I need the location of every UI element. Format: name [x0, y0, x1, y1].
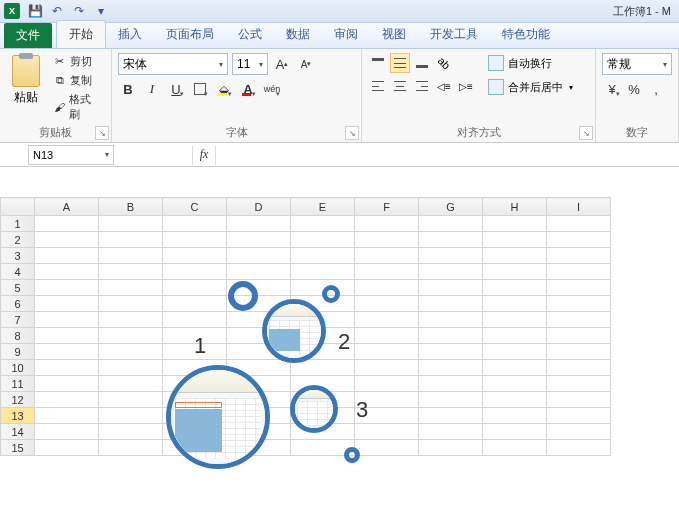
cell[interactable] — [483, 264, 547, 280]
cell[interactable] — [99, 328, 163, 344]
cell[interactable] — [163, 376, 227, 392]
cell[interactable] — [163, 312, 227, 328]
cell[interactable] — [291, 376, 355, 392]
cell[interactable] — [291, 408, 355, 424]
alignment-dialog-launcher[interactable]: ↘ — [579, 126, 593, 140]
cell[interactable] — [419, 440, 483, 456]
number-format-select[interactable]: 常规▾ — [602, 53, 672, 75]
wrap-text-button[interactable]: 自动换行 — [484, 53, 577, 73]
cell[interactable] — [163, 216, 227, 232]
cut-button[interactable]: ✂剪切 — [50, 53, 105, 70]
cell[interactable] — [419, 392, 483, 408]
cell[interactable] — [419, 424, 483, 440]
cell[interactable] — [163, 392, 227, 408]
cell[interactable] — [35, 216, 99, 232]
cell[interactable] — [419, 344, 483, 360]
cell[interactable] — [547, 360, 611, 376]
formula-input[interactable] — [216, 145, 679, 165]
save-icon[interactable]: 💾 — [26, 2, 44, 20]
font-name-select[interactable]: 宋体▾ — [118, 53, 228, 75]
cell[interactable] — [547, 280, 611, 296]
cell[interactable] — [355, 392, 419, 408]
cell[interactable] — [355, 424, 419, 440]
row-header[interactable]: 10 — [1, 360, 35, 376]
cell[interactable] — [291, 360, 355, 376]
cell[interactable] — [483, 232, 547, 248]
cell[interactable] — [35, 392, 99, 408]
cell[interactable] — [99, 296, 163, 312]
cell[interactable] — [227, 424, 291, 440]
cell[interactable] — [35, 424, 99, 440]
cell[interactable] — [483, 424, 547, 440]
decrease-indent-button[interactable]: ◁≡ — [434, 76, 454, 96]
cell[interactable] — [355, 328, 419, 344]
bold-button[interactable]: B — [118, 79, 138, 99]
cell[interactable] — [227, 440, 291, 456]
cell[interactable] — [291, 280, 355, 296]
cell[interactable] — [163, 280, 227, 296]
cell[interactable] — [483, 296, 547, 312]
row-header[interactable]: 13 — [1, 408, 35, 424]
underline-button[interactable]: U — [166, 79, 186, 99]
cell[interactable] — [355, 280, 419, 296]
cell[interactable] — [547, 312, 611, 328]
cell[interactable] — [483, 216, 547, 232]
cell[interactable] — [291, 232, 355, 248]
cell[interactable] — [355, 360, 419, 376]
cell[interactable] — [483, 280, 547, 296]
cell[interactable] — [163, 232, 227, 248]
cell[interactable] — [355, 344, 419, 360]
cell[interactable] — [547, 440, 611, 456]
col-header[interactable]: H — [483, 198, 547, 216]
cell[interactable] — [227, 360, 291, 376]
align-top-button[interactable] — [368, 53, 388, 73]
cell[interactable] — [291, 312, 355, 328]
col-header[interactable]: D — [227, 198, 291, 216]
tab-view[interactable]: 视图 — [370, 21, 418, 48]
cell[interactable] — [483, 408, 547, 424]
align-center-button[interactable] — [390, 76, 410, 96]
tab-formulas[interactable]: 公式 — [226, 21, 274, 48]
tab-page-layout[interactable]: 页面布局 — [154, 21, 226, 48]
cell[interactable] — [291, 440, 355, 456]
cell[interactable] — [419, 312, 483, 328]
cell[interactable] — [291, 424, 355, 440]
row-header[interactable]: 2 — [1, 232, 35, 248]
cell[interactable] — [99, 344, 163, 360]
cell[interactable] — [227, 344, 291, 360]
cell[interactable] — [355, 296, 419, 312]
row-header[interactable]: 11 — [1, 376, 35, 392]
cell[interactable] — [419, 360, 483, 376]
cell[interactable] — [163, 248, 227, 264]
row-header[interactable]: 9 — [1, 344, 35, 360]
cell[interactable] — [547, 344, 611, 360]
undo-icon[interactable]: ↶ — [48, 2, 66, 20]
cell[interactable] — [99, 248, 163, 264]
cell[interactable] — [227, 232, 291, 248]
cell[interactable] — [227, 376, 291, 392]
cell[interactable] — [163, 440, 227, 456]
cell[interactable] — [35, 280, 99, 296]
cell[interactable] — [163, 424, 227, 440]
cell[interactable] — [163, 344, 227, 360]
cell[interactable] — [547, 392, 611, 408]
row-header[interactable]: 3 — [1, 248, 35, 264]
cell[interactable] — [355, 248, 419, 264]
cell[interactable] — [355, 312, 419, 328]
row-header[interactable]: 8 — [1, 328, 35, 344]
font-color-button[interactable]: A — [238, 79, 258, 99]
cell[interactable] — [547, 248, 611, 264]
cell[interactable] — [227, 248, 291, 264]
col-header[interactable]: A — [35, 198, 99, 216]
cell[interactable] — [547, 424, 611, 440]
cell[interactable] — [355, 264, 419, 280]
cell[interactable] — [291, 264, 355, 280]
tab-special[interactable]: 特色功能 — [490, 21, 562, 48]
tab-home[interactable]: 开始 — [56, 20, 106, 48]
cell[interactable] — [35, 344, 99, 360]
spreadsheet-grid[interactable]: A B C D E F G H I 123456789101112131415 — [0, 197, 611, 456]
row-header[interactable]: 14 — [1, 424, 35, 440]
cell[interactable] — [483, 248, 547, 264]
cell[interactable] — [163, 408, 227, 424]
cell[interactable] — [483, 360, 547, 376]
